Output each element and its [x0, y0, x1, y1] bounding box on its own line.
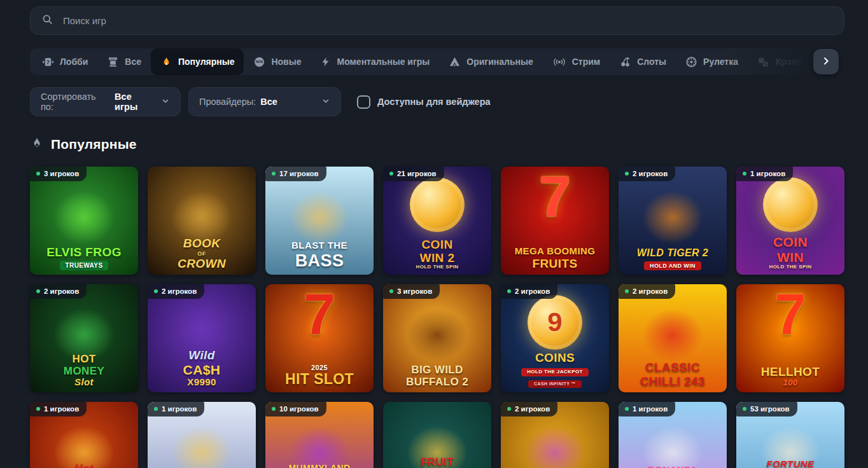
players-count-text: 1 игроков — [44, 405, 79, 413]
originals-icon — [449, 56, 461, 68]
game-tile-joker-character-game[interactable]: 2 игроков — [501, 402, 609, 468]
game-title: Hot — [33, 462, 135, 468]
tab-new[interactable]: NEWНовые — [244, 48, 311, 75]
game-tile-2025-hit-slot[interactable]: 72025HIT SLOT — [265, 284, 374, 392]
sort-dropdown[interactable]: Сортировать по: Все игры — [30, 87, 181, 116]
players-count-text: 17 игроков — [279, 170, 319, 177]
players-count-text: 3 игроков — [397, 287, 432, 295]
players-count-text: 3 игроков — [44, 170, 79, 177]
game-title: MEGA BOOMINGFRUITS — [504, 246, 606, 270]
players-count-text: 2 игроков — [162, 287, 197, 295]
players-count-badge: 10 игроков — [265, 402, 326, 416]
lobby-icon: 7 — [42, 56, 54, 68]
tab-label: Крэпс — [776, 57, 802, 67]
gold-coin-art: 9 — [528, 295, 582, 350]
players-count-badge: 2 игроков — [619, 167, 675, 181]
game-title: HOTMONEYSlot — [33, 353, 135, 388]
game-title: WILD TIGER 2HOLD AND WIN — [622, 247, 724, 270]
players-count-badge: 2 игроков — [30, 284, 87, 299]
stream-icon — [552, 56, 566, 68]
tab-slots[interactable]: Слоты — [610, 48, 676, 75]
tab-label: Новые — [271, 57, 301, 67]
game-title: BIG WILDBUFFALO 2 — [386, 364, 488, 388]
game-tile-fortune-cat-game[interactable]: FORTUNE53 игроков — [736, 402, 844, 468]
online-dot-icon — [625, 407, 629, 411]
games-grid: ELVIS FROGTRUEWAYS3 игроковBOOKOFCROWNBL… — [30, 167, 844, 468]
online-dot-icon — [154, 289, 158, 293]
game-title: ELVIS FROGTRUEWAYS — [33, 245, 135, 270]
game-title: CLASSICCHILLI 243 — [622, 361, 724, 388]
tab-label: Стрим — [572, 57, 600, 67]
online-dot-icon — [389, 172, 393, 176]
section-title: Популярные — [51, 137, 137, 152]
tab-label: Оригинальные — [466, 57, 533, 67]
game-lobby-page: 7ЛоббиВсеПопулярныеNEWНовыеМоментальные … — [0, 0, 868, 468]
online-dot-icon — [272, 172, 276, 176]
game-title: WildCA$HX9990 — [151, 348, 253, 388]
tab-stream[interactable]: Стрим — [543, 48, 610, 75]
lucky-seven-art: 7 — [501, 167, 609, 227]
game-tile-hell-hot-100[interactable]: 7HELLHOT100 — [736, 284, 844, 392]
sort-label: Сортировать по: — [41, 92, 110, 112]
game-art — [631, 181, 715, 254]
game-tile-book-of-crown[interactable]: BOOKOFCROWN — [148, 167, 256, 275]
game-tile-fruit-machine[interactable]: FRUITMachine — [383, 402, 491, 468]
game-title: FRUITMachine — [386, 456, 488, 468]
game-tile-9-coins-hold-the-jackpot[interactable]: 9COINSHOLD THE JACKPOTCASH INFINITY ™2 и… — [501, 284, 609, 392]
online-dot-icon — [389, 289, 393, 293]
game-art — [42, 181, 126, 254]
tab-popular[interactable]: Популярные — [151, 48, 244, 75]
game-art — [160, 416, 244, 468]
game-tile-wild-cash-x9990[interactable]: WildCA$HX99902 игроков — [148, 284, 256, 392]
tab-craps[interactable]: Крэпс — [748, 48, 811, 75]
players-count-badge: 17 игроков — [265, 167, 326, 181]
fire-icon — [30, 136, 44, 153]
players-count-text: 21 игроков — [397, 170, 437, 177]
game-tile-elvis-frog-trueways[interactable]: ELVIS FROGTRUEWAYS3 игроков — [30, 167, 138, 275]
provider-dropdown[interactable]: Провайдеры: Все — [188, 87, 341, 116]
game-tile-wild-tiger-2-hold-and-win[interactable]: WILD TIGER 2HOLD AND WIN2 игроков — [619, 167, 727, 275]
wager-checkbox-label: Доступны для вейджера — [377, 97, 491, 107]
players-count-text: 1 игроков — [633, 405, 668, 413]
tab-instant[interactable]: Моментальные игры — [311, 48, 439, 75]
game-art — [395, 298, 479, 372]
game-tile-big-wild-buffalo-2[interactable]: BIG WILDBUFFALO 23 игроков — [383, 284, 491, 392]
lucky-seven-art: 7 — [265, 284, 374, 345]
wager-filter[interactable]: Доступны для вейджера — [357, 95, 491, 109]
tab-lobby[interactable]: 7Лобби — [32, 48, 97, 75]
tabs-scroll-right-button[interactable] — [813, 49, 839, 74]
online-dot-icon — [743, 407, 746, 411]
search-input[interactable] — [62, 15, 833, 27]
new-icon: NEW — [253, 56, 265, 68]
online-dot-icon — [36, 172, 40, 176]
players-count-text: 2 игроков — [633, 170, 668, 177]
search-icon — [41, 13, 53, 28]
tab-originals[interactable]: Оригинальные — [439, 48, 542, 75]
players-count-badge: 1 игроков — [736, 167, 793, 181]
search-bar — [30, 6, 844, 35]
tab-all[interactable]: Все — [97, 48, 151, 75]
sort-value: Все игры — [115, 92, 157, 112]
game-tile-mummyland-treasures[interactable]: MUMMYLAND10 игроков — [265, 402, 374, 468]
players-count-badge: 53 игроков — [736, 402, 797, 416]
wager-checkbox[interactable] — [357, 95, 370, 109]
tab-roulette[interactable]: Рулетка — [676, 48, 748, 75]
game-tile-bonanza-candy-game[interactable]: BONANZA1 игроков — [619, 402, 727, 468]
lucky-seven-art: 7 — [736, 284, 844, 345]
players-count-badge: 2 игроков — [501, 284, 557, 299]
online-dot-icon — [625, 172, 629, 176]
category-tab-strip: 7ЛоббиВсеПопулярныеNEWНовыеМоментальные … — [30, 48, 844, 75]
svg-text:7: 7 — [46, 59, 50, 65]
game-tile-classic-chilli-243[interactable]: CLASSICCHILLI 2432 игроков — [619, 284, 727, 392]
section-header: Популярные — [30, 136, 844, 153]
game-tile-zeus-character-game[interactable]: 1 игроков — [148, 402, 256, 468]
game-tile-mega-booming-fruits[interactable]: 7MEGA BOOMINGFRUITS — [501, 167, 609, 275]
players-count-badge: 1 игроков — [148, 402, 204, 416]
players-count-badge: 2 игроков — [148, 284, 204, 299]
game-tile-coin-win-2-hold-the-spin[interactable]: COINWIN 2HOLD THE SPIN21 игроков — [383, 167, 491, 275]
game-tile-hot-money-slot[interactable]: HOTMONEYSlot2 игроков — [30, 284, 138, 392]
game-tile-coin-win-hold-the-spin[interactable]: COINWINHOLD THE SPIN1 игроков — [736, 167, 844, 275]
players-count-text: 1 игроков — [162, 405, 197, 413]
game-tile-hot-fruits-game[interactable]: Hot1 игроков — [30, 402, 138, 468]
game-tile-blast-the-bass[interactable]: BLAST THEBASS17 игроков — [265, 167, 374, 275]
